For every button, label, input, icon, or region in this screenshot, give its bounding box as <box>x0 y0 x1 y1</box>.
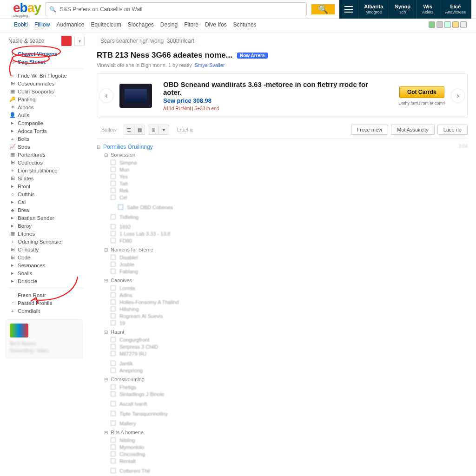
sidebar-item[interactable]: ▸Snalls <box>4 269 88 277</box>
facet-item[interactable]: Simpna <box>111 159 468 166</box>
subtitle-link[interactable]: Smye Svaller <box>195 62 225 68</box>
facet-item[interactable]: Mymonlolo <box>111 443 468 450</box>
facet-heading[interactable]: ⊟ Pormilies Oruilinngy <box>97 144 459 150</box>
nav-item[interactable]: Slochages <box>128 21 154 28</box>
chip-icon[interactable] <box>444 21 451 28</box>
facet-subheading[interactable]: ⊟ Rits A homene <box>104 430 468 435</box>
facet-item[interactable]: Hilishing <box>111 305 468 312</box>
checkbox-icon[interactable] <box>111 421 116 426</box>
facet-item[interactable]: Yes <box>111 173 468 180</box>
checkbox-icon[interactable] <box>111 238 116 243</box>
header-link-3[interactable]: EicéAnavittress <box>439 0 471 19</box>
facet-subheading[interactable]: ⊟ Cannives <box>104 278 468 283</box>
checkbox-icon[interactable] <box>111 214 116 219</box>
sidebar-item[interactable]: ○Outthis <box>4 190 88 198</box>
nav-item[interactable]: Equitecicum <box>91 21 121 28</box>
checkbox-icon[interactable] <box>111 344 116 349</box>
checkbox-icon[interactable] <box>111 320 116 325</box>
facet-item[interactable]: Holles-Fonsomy A Thalind <box>111 298 468 305</box>
facet-item[interactable]: Rogream Al Suevis <box>111 312 468 319</box>
checkbox-icon[interactable] <box>111 306 116 311</box>
view-list-icon[interactable]: ☰ <box>124 125 134 134</box>
sidebar-item[interactable]: ⊞Codlectios <box>4 159 88 166</box>
checkbox-icon[interactable] <box>111 313 116 318</box>
chevron-down-icon[interactable]: ▾ <box>159 125 169 134</box>
checkbox-icon[interactable] <box>111 458 116 463</box>
facet-item[interactable]: Cottereni Thil <box>111 467 468 474</box>
checkbox-icon[interactable] <box>111 468 116 473</box>
facet-item[interactable]: 19 <box>111 319 468 326</box>
filter-button[interactable]: Mot Assuirclty <box>391 125 435 135</box>
chip-icon[interactable] <box>429 21 435 28</box>
facet-subheading[interactable]: ⊟ Comswoumlng <box>104 377 468 382</box>
nav-item[interactable]: Desing <box>160 21 178 28</box>
logo[interactable]: ebay shopping <box>13 0 41 18</box>
sidebar-item[interactable]: ▸Boroy <box>4 222 88 230</box>
sidebar-item[interactable]: +Comdlalit <box>4 307 88 315</box>
facet-item[interactable]: FD80 <box>111 237 468 244</box>
sidebar-item[interactable]: ⊞Sliates <box>4 174 88 182</box>
sidebar-item[interactable]: 📈Stros <box>4 143 88 151</box>
sidebar-item[interactable]: ▸Bastian Sender <box>4 214 88 222</box>
checkbox-icon[interactable] <box>111 269 116 274</box>
checkbox-icon[interactable] <box>111 255 116 260</box>
header-link-0[interactable]: AlbaritaMnogrce <box>358 0 389 19</box>
facet-item[interactable]: Fhetigs <box>111 383 468 390</box>
nav-item[interactable]: Dive Ifos <box>205 21 227 28</box>
sidebar-item[interactable]: 🔑Panling <box>4 95 88 103</box>
facet-item[interactable]: Cincoading <box>111 450 468 457</box>
facet-item[interactable]: Nibling <box>111 436 468 443</box>
checkbox-icon[interactable] <box>111 451 116 456</box>
facet-item[interactable]: Mun <box>111 166 468 173</box>
facet-item[interactable]: Tatt <box>111 180 468 187</box>
checkbox-icon[interactable] <box>111 174 116 179</box>
nav-item[interactable]: Audmanice <box>56 21 84 28</box>
checkbox-icon[interactable] <box>111 368 116 373</box>
sidebar-item[interactable]: ⊞Coscoummales <box>4 79 88 87</box>
header-link-1[interactable]: Synopsch <box>389 0 416 19</box>
facet-item[interactable]: Anepriong <box>111 367 468 374</box>
sidebar-item[interactable]: ♣Brea <box>4 206 88 214</box>
facet-item[interactable]: Salte OBD Cobenes <box>111 204 468 211</box>
facet-item[interactable]: Disablel <box>111 254 468 261</box>
facet-item[interactable]: Serpress 3 ChilD <box>111 343 468 350</box>
chip-icon[interactable] <box>436 21 443 28</box>
checkbox-icon[interactable] <box>111 160 116 165</box>
breadcrumb-search[interactable] <box>97 36 199 46</box>
checkbox-icon[interactable] <box>111 224 116 229</box>
sidebar-action-button[interactable] <box>61 36 72 46</box>
facet-item[interactable]: Adlns <box>111 291 468 298</box>
sidebar-item[interactable]: +Oderling Scnansier <box>4 238 88 245</box>
sidebar-item[interactable]: 👤Aulls <box>4 111 88 119</box>
checkbox-icon[interactable] <box>111 167 116 172</box>
facet-item[interactable]: Jantik <box>111 360 468 367</box>
promo-cta-button[interactable]: Got Carrdk <box>399 86 444 98</box>
carousel-next[interactable]: › <box>451 89 464 102</box>
filter-button[interactable]: Frece mevi <box>351 125 388 135</box>
sidebar-item[interactable]: ▸Sewnances <box>4 261 88 269</box>
facet-item[interactable]: 1892 <box>111 223 468 230</box>
header-link-2[interactable]: WisAxlets <box>416 0 439 19</box>
checkbox-icon[interactable] <box>111 384 116 390</box>
sidebar-item[interactable]: ▸Adocs Tortis <box>4 127 88 135</box>
nav-item[interactable]: Filllow <box>34 21 50 28</box>
facet-item[interactable]: Ascall Ivanft <box>111 400 468 407</box>
checkbox-icon[interactable] <box>111 444 116 450</box>
sidebar-item[interactable]: ▦Litones <box>4 230 88 238</box>
sidebar-item[interactable]: ▸Doriocle <box>4 277 88 285</box>
sidebar-item[interactable]: ○Fride Wr Bri Flogotte <box>4 72 88 79</box>
checkbox-icon[interactable] <box>111 188 116 193</box>
nav-item[interactable]: Fitore <box>184 21 198 28</box>
checkbox-icon[interactable] <box>111 285 116 291</box>
sidebar-item[interactable]: +Bolts <box>4 135 88 143</box>
sidebar-item[interactable]: ▦Portortlurds <box>4 151 88 159</box>
facet-item[interactable]: Mil7279 IRJ <box>111 350 468 357</box>
chip-icon[interactable] <box>452 21 459 28</box>
search-input[interactable] <box>60 3 307 16</box>
checkbox-icon[interactable] <box>111 299 116 304</box>
sort-icon[interactable]: ⊞ <box>148 125 159 134</box>
checkbox-icon[interactable] <box>111 337 116 342</box>
sidebar-item[interactable]: ☼Sog Stenst <box>4 58 88 66</box>
nav-item[interactable]: Schtunes <box>233 21 257 28</box>
sidebar-item[interactable]: ▸Rtonl <box>4 182 88 190</box>
